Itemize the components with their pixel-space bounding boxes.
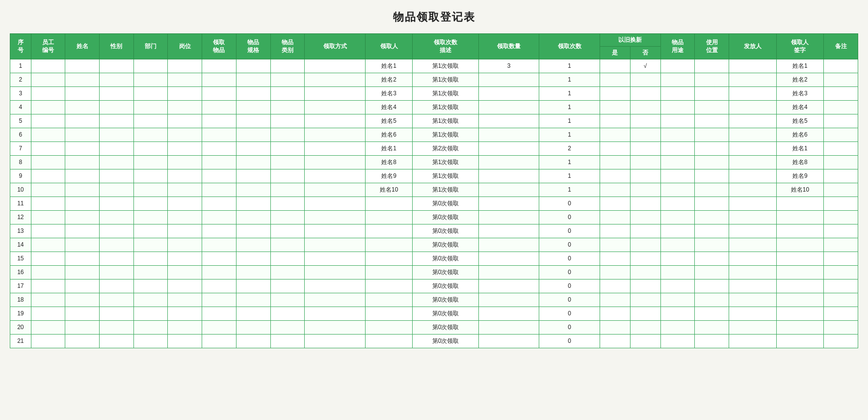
cell-receiver: 姓名8 <box>365 155 413 169</box>
cell-emp-no <box>31 293 65 307</box>
cell-issuer <box>729 307 776 320</box>
cell-remark <box>824 293 858 307</box>
cell-purpose <box>660 307 695 320</box>
table-wrapper: 序号 员工编号 姓名 性别 部门 岗位 领取物品 物品规格 物品类别 领取方式 … <box>10 33 858 348</box>
table-row: 4姓名4第1次领取1姓名4 <box>10 100 858 114</box>
cell-post <box>168 307 202 320</box>
cell-times-desc: 第0次领取 <box>413 196 478 210</box>
cell-yes <box>600 238 630 252</box>
cell-receiver <box>365 334 413 348</box>
cell-purpose <box>660 114 695 128</box>
cell-remark <box>824 265 858 279</box>
cell-signature <box>776 293 824 307</box>
cell-times: 1 <box>539 59 600 73</box>
cell-spec <box>236 307 270 320</box>
cell-dept <box>133 86 168 100</box>
cell-dept <box>133 141 168 155</box>
cell-receiver <box>365 293 413 307</box>
cell-emp-no <box>31 59 65 73</box>
cell-times: 1 <box>539 128 600 141</box>
cell-type <box>270 238 305 252</box>
cell-no <box>630 265 660 279</box>
cell-signature <box>776 279 824 293</box>
cell-location <box>695 307 729 320</box>
cell-gender <box>100 169 134 183</box>
cell-no: √ <box>630 59 660 73</box>
cell-times: 0 <box>539 238 600 252</box>
cell-purpose <box>660 238 695 252</box>
cell-purpose <box>660 183 695 196</box>
cell-times-desc: 第1次领取 <box>413 169 478 183</box>
cell-spec <box>236 141 270 155</box>
cell-type <box>270 293 305 307</box>
cell-method <box>305 265 366 279</box>
cell-times: 1 <box>539 100 600 114</box>
cell-issuer <box>729 141 776 155</box>
cell-method <box>305 169 366 183</box>
cell-issuer <box>729 100 776 114</box>
cell-spec <box>236 114 270 128</box>
cell-location <box>695 265 729 279</box>
table-row: 15第0次领取0 <box>10 252 858 265</box>
cell-dept <box>133 155 168 169</box>
cell-gender <box>100 334 134 348</box>
cell-method <box>305 210 366 224</box>
col-receiver: 领取人 <box>365 34 413 59</box>
cell-yes <box>600 252 630 265</box>
cell-issuer <box>729 224 776 238</box>
table-row: 7姓名1第2次领取2姓名1 <box>10 141 858 155</box>
cell-issuer <box>729 238 776 252</box>
cell-times-desc: 第1次领取 <box>413 183 478 196</box>
cell-purpose <box>660 155 695 169</box>
table-row: 21第0次领取0 <box>10 334 858 348</box>
cell-seq: 2 <box>10 73 31 86</box>
cell-item <box>202 224 237 238</box>
cell-item <box>202 155 237 169</box>
cell-yes <box>600 86 630 100</box>
cell-remark <box>824 183 858 196</box>
cell-purpose <box>660 210 695 224</box>
cell-no <box>630 293 660 307</box>
cell-post <box>168 59 202 73</box>
cell-no <box>630 100 660 114</box>
cell-location <box>695 169 729 183</box>
cell-qty <box>478 196 539 210</box>
cell-method <box>305 86 366 100</box>
cell-gender <box>100 293 134 307</box>
cell-purpose <box>660 320 695 334</box>
cell-gender <box>100 279 134 293</box>
cell-type <box>270 320 305 334</box>
cell-signature: 姓名1 <box>776 141 824 155</box>
cell-yes <box>600 141 630 155</box>
cell-dept <box>133 169 168 183</box>
cell-remark <box>824 141 858 155</box>
table-row: 20第0次领取0 <box>10 320 858 334</box>
cell-location <box>695 334 729 348</box>
cell-type <box>270 279 305 293</box>
col-no: 否 <box>630 46 660 59</box>
cell-yes <box>600 293 630 307</box>
cell-item <box>202 320 237 334</box>
cell-qty <box>478 279 539 293</box>
table-row: 19第0次领取0 <box>10 307 858 320</box>
cell-post <box>168 73 202 86</box>
cell-spec <box>236 100 270 114</box>
cell-qty <box>478 86 539 100</box>
cell-emp-no <box>31 183 65 196</box>
cell-spec <box>236 279 270 293</box>
cell-location <box>695 320 729 334</box>
cell-qty <box>478 293 539 307</box>
cell-dept <box>133 224 168 238</box>
cell-no <box>630 279 660 293</box>
cell-emp-no <box>31 141 65 155</box>
cell-times-desc: 第1次领取 <box>413 86 478 100</box>
cell-name <box>65 59 100 73</box>
cell-dept <box>133 114 168 128</box>
cell-name <box>65 265 100 279</box>
cell-name <box>65 169 100 183</box>
cell-emp-no <box>31 252 65 265</box>
cell-issuer <box>729 293 776 307</box>
cell-emp-no <box>31 100 65 114</box>
cell-item <box>202 128 237 141</box>
table-row: 13第0次领取0 <box>10 224 858 238</box>
